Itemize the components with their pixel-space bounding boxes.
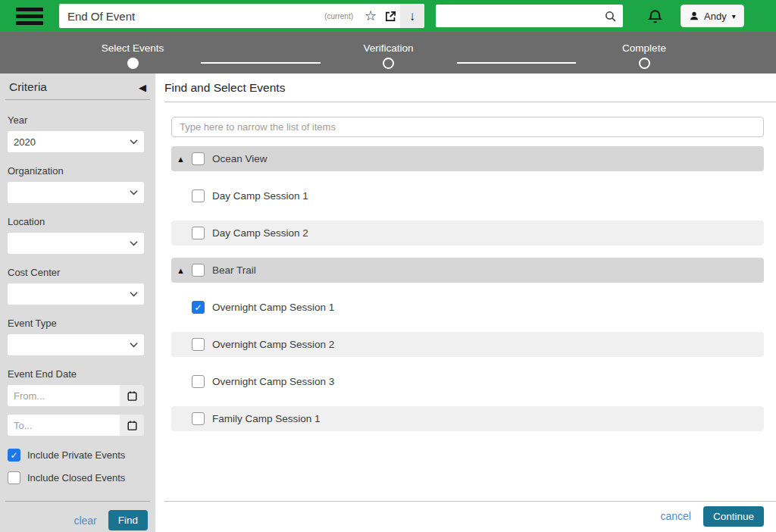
step-label: Verification bbox=[363, 42, 413, 54]
chevron-down-icon bbox=[130, 139, 138, 145]
main-panel: Find and Select Events ▲ ✓ Ocean View ✓ … bbox=[155, 74, 776, 532]
event-checkbox[interactable]: ✓ bbox=[192, 412, 205, 425]
search-icon[interactable] bbox=[604, 10, 617, 23]
event-label: Family Camp Session 1 bbox=[212, 413, 321, 424]
event-row[interactable]: ✓ Day Camp Session 2 bbox=[171, 221, 764, 246]
menu-bar bbox=[16, 8, 43, 11]
collapse-sidebar-icon[interactable]: ◀ bbox=[139, 82, 146, 93]
spacer bbox=[164, 443, 776, 501]
divider bbox=[164, 102, 776, 102]
step-label: Select Events bbox=[102, 42, 164, 54]
page-title-bar: End Of Event (current) ☆ ↓ bbox=[59, 4, 424, 28]
current-page-label: (current) bbox=[324, 12, 353, 20]
cost-center-label: Cost Center bbox=[8, 267, 155, 278]
include-closed-checkbox[interactable]: ✓ bbox=[8, 471, 20, 484]
menu-bar bbox=[16, 14, 43, 18]
filter-box bbox=[171, 117, 764, 137]
event-label: Day Camp Session 2 bbox=[212, 227, 308, 239]
date-from-row bbox=[8, 385, 155, 406]
user-name: Andy bbox=[704, 11, 727, 22]
menu-icon[interactable] bbox=[16, 8, 43, 25]
cost-center-select[interactable] bbox=[8, 283, 144, 305]
step-complete: Complete bbox=[599, 42, 690, 69]
user-menu-button[interactable]: Andy ▾ bbox=[681, 5, 744, 27]
cancel-link[interactable]: cancel bbox=[660, 510, 690, 522]
collapse-group-icon[interactable]: ▲ bbox=[177, 155, 186, 164]
notifications-bell-icon[interactable] bbox=[646, 8, 664, 25]
collapse-group-icon[interactable]: ▲ bbox=[177, 266, 186, 275]
organization-select[interactable] bbox=[8, 182, 144, 203]
download-arrow-button[interactable]: ↓ bbox=[400, 4, 424, 28]
event-type-select[interactable] bbox=[8, 334, 144, 355]
checkmark-icon: ✓ bbox=[194, 303, 202, 312]
step-active-dot bbox=[127, 58, 139, 69]
app-window: End Of Event (current) ☆ ↓ bbox=[0, 0, 776, 532]
spacer bbox=[0, 494, 155, 501]
year-select-value: 2020 bbox=[8, 136, 130, 148]
event-group-header[interactable]: ▲ ✓ Ocean View bbox=[171, 146, 764, 171]
content-area: Criteria ◀ Year 2020 Organization Locati… bbox=[0, 74, 776, 532]
wizard-stepper: Select Events Verification Complete bbox=[0, 32, 776, 74]
location-select[interactable] bbox=[8, 233, 144, 254]
continue-button[interactable]: Continue bbox=[703, 506, 764, 527]
event-checkbox[interactable]: ✓ bbox=[192, 301, 205, 314]
include-private-events-row[interactable]: ✓ Include Private Events bbox=[8, 449, 155, 462]
step-pending-dot bbox=[639, 58, 650, 69]
global-search-box bbox=[436, 5, 623, 27]
chevron-down-icon bbox=[130, 240, 138, 246]
date-from-calendar-button[interactable] bbox=[120, 385, 144, 406]
event-row[interactable]: ✓ Overnight Camp Session 3 bbox=[171, 369, 764, 394]
include-private-checkbox[interactable]: ✓ bbox=[8, 449, 20, 462]
group-checkbox[interactable]: ✓ bbox=[192, 264, 205, 277]
criteria-sidebar: Criteria ◀ Year 2020 Organization Locati… bbox=[0, 74, 155, 532]
date-to-input[interactable] bbox=[8, 415, 120, 436]
criteria-title: Criteria bbox=[9, 80, 47, 94]
find-button[interactable]: Find bbox=[108, 510, 148, 530]
chevron-down-icon bbox=[130, 342, 138, 348]
include-closed-label: Include Closed Events bbox=[27, 472, 125, 483]
event-end-date-label: Event End Date bbox=[8, 368, 155, 380]
sidebar-footer: clear Find bbox=[0, 502, 155, 532]
event-type-label: Event Type bbox=[8, 318, 155, 329]
date-to-calendar-button[interactable] bbox=[120, 415, 144, 436]
down-arrow-icon: ↓ bbox=[409, 10, 416, 23]
filter-input[interactable] bbox=[171, 117, 764, 137]
favorite-star-icon[interactable]: ☆ bbox=[361, 4, 380, 28]
event-checkbox[interactable]: ✓ bbox=[192, 375, 205, 388]
step-select-events: Select Events bbox=[87, 42, 178, 69]
event-label: Day Camp Session 1 bbox=[212, 190, 308, 202]
event-row[interactable]: ✓ Overnight Camp Session 1 bbox=[171, 295, 764, 320]
event-group-header[interactable]: ▲ ✓ Bear Trail bbox=[171, 258, 764, 283]
include-private-label: Include Private Events bbox=[27, 449, 125, 461]
menu-bar bbox=[16, 21, 43, 25]
stepper-connector bbox=[457, 62, 577, 64]
event-label: Overnight Camp Session 2 bbox=[212, 339, 334, 350]
top-navigation-bar: End Of Event (current) ☆ ↓ bbox=[0, 0, 776, 32]
chevron-down-icon bbox=[130, 291, 138, 297]
event-row[interactable]: ✓ Family Camp Session 1 bbox=[171, 406, 764, 431]
checkmark-icon: ✓ bbox=[10, 451, 17, 460]
year-label: Year bbox=[8, 114, 155, 126]
step-verification: Verification bbox=[343, 42, 434, 69]
event-checkbox[interactable]: ✓ bbox=[192, 338, 205, 351]
year-select[interactable]: 2020 bbox=[8, 131, 144, 152]
include-closed-events-row[interactable]: ✓ Include Closed Events bbox=[8, 471, 155, 484]
event-label: Overnight Camp Session 3 bbox=[212, 376, 334, 387]
event-checkbox[interactable]: ✓ bbox=[192, 227, 205, 239]
date-from-input[interactable] bbox=[8, 385, 120, 406]
chevron-down-icon bbox=[130, 189, 138, 196]
calendar-icon bbox=[127, 390, 138, 402]
criteria-header: Criteria ◀ bbox=[0, 74, 155, 99]
event-checkbox[interactable]: ✓ bbox=[192, 189, 205, 202]
event-list: ▲ ✓ Ocean View ✓ Day Camp Session 1 ✓ Da… bbox=[171, 146, 764, 443]
divider bbox=[5, 99, 150, 100]
page-title: End Of Event bbox=[59, 10, 324, 23]
global-search-input[interactable] bbox=[436, 5, 604, 27]
external-link-icon[interactable] bbox=[380, 4, 400, 28]
group-checkbox[interactable]: ✓ bbox=[192, 152, 205, 165]
event-label: Overnight Camp Session 1 bbox=[212, 302, 334, 313]
clear-link[interactable]: clear bbox=[74, 515, 96, 527]
calendar-icon bbox=[127, 420, 138, 431]
event-row[interactable]: ✓ Overnight Camp Session 2 bbox=[171, 332, 764, 357]
event-row[interactable]: ✓ Day Camp Session 1 bbox=[171, 183, 764, 208]
